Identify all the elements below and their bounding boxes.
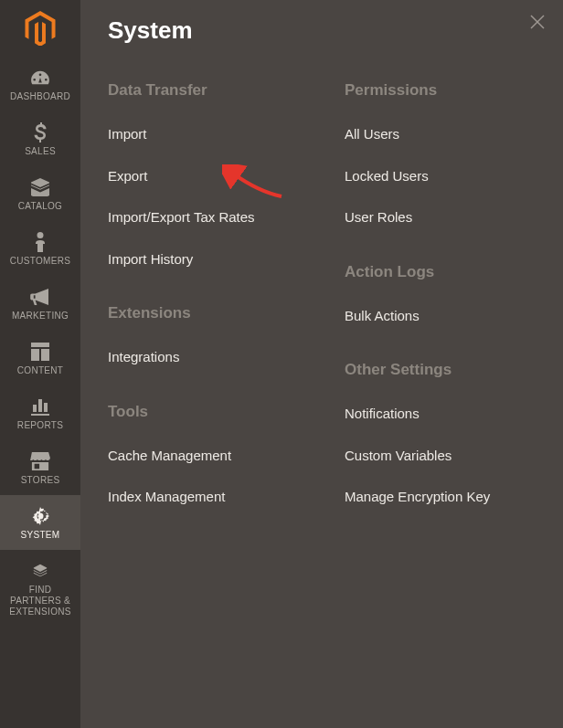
nav-label: DASHBOARD — [10, 91, 70, 102]
link-index-management[interactable]: Index Management — [108, 488, 299, 506]
link-integrations[interactable]: Integrations — [108, 348, 299, 366]
flyout-left-column: Data Transfer Import Export Import/Expor… — [108, 81, 299, 543]
catalog-icon — [30, 177, 50, 197]
section-title: Permissions — [345, 81, 536, 100]
sales-icon — [34, 122, 47, 142]
section-other-settings: Other Settings Notifications Custom Vari… — [345, 361, 536, 506]
link-notifications[interactable]: Notifications — [345, 405, 536, 423]
nav-dashboard[interactable]: DASHBOARD — [0, 57, 80, 111]
nav-marketing[interactable]: MARKETING — [0, 276, 80, 331]
link-bulk-actions[interactable]: Bulk Actions — [345, 307, 536, 325]
link-import-export-tax-rates[interactable]: Import/Export Tax Rates — [108, 208, 299, 227]
nav-customers[interactable]: CUSTOMERS — [0, 221, 80, 276]
system-icon — [31, 506, 49, 526]
link-all-users[interactable]: All Users — [345, 125, 536, 143]
flyout-right-column: Permissions All Users Locked Users User … — [345, 81, 536, 543]
close-button[interactable] — [528, 13, 547, 35]
section-data-transfer: Data Transfer Import Export Import/Expor… — [108, 81, 299, 268]
nav-label: FIND PARTNERS & EXTENSIONS — [4, 585, 77, 617]
section-tools: Tools Cache Management Index Management — [108, 403, 299, 506]
close-icon — [528, 13, 547, 31]
section-title: Action Logs — [345, 263, 536, 281]
partners-icon — [30, 561, 50, 581]
nav-label: CONTENT — [17, 365, 63, 376]
link-import-history[interactable]: Import History — [108, 250, 299, 269]
magento-logo-icon — [25, 11, 56, 46]
link-user-roles[interactable]: User Roles — [345, 208, 536, 227]
system-flyout: System Data Transfer Import Export Impor… — [80, 0, 563, 728]
nav-label: REPORTS — [17, 420, 63, 431]
reports-icon — [31, 396, 49, 417]
nav-catalog[interactable]: CATALOG — [0, 166, 80, 221]
nav-label: CUSTOMERS — [10, 256, 70, 267]
nav-label: SYSTEM — [21, 530, 60, 541]
nav-label: CATALOG — [18, 201, 62, 212]
nav-sales[interactable]: SALES — [0, 111, 80, 166]
customers-icon — [34, 232, 47, 252]
link-manage-encryption-key[interactable]: Manage Encryption Key — [345, 488, 536, 506]
content-icon — [31, 342, 49, 362]
nav-label: MARKETING — [12, 311, 69, 322]
nav-stores[interactable]: STORES — [0, 440, 80, 495]
section-title: Other Settings — [345, 361, 536, 379]
nav-system[interactable]: SYSTEM — [0, 495, 80, 550]
nav-content[interactable]: CONTENT — [0, 331, 80, 385]
section-title: Data Transfer — [108, 81, 299, 100]
nav-partners[interactable]: FIND PARTNERS & EXTENSIONS — [0, 550, 80, 627]
section-title: Tools — [108, 403, 299, 421]
section-permissions: Permissions All Users Locked Users User … — [345, 81, 536, 227]
link-import[interactable]: Import — [108, 125, 299, 143]
stores-icon — [30, 451, 50, 471]
marketing-icon — [30, 287, 50, 307]
flyout-columns: Data Transfer Import Export Import/Expor… — [108, 81, 536, 543]
link-cache-management[interactable]: Cache Management — [108, 447, 299, 465]
magento-logo[interactable] — [0, 0, 80, 57]
link-locked-users[interactable]: Locked Users — [345, 167, 536, 185]
nav-label: SALES — [25, 146, 56, 157]
section-extensions: Extensions Integrations — [108, 304, 299, 366]
dashboard-icon — [30, 68, 50, 88]
link-custom-variables[interactable]: Custom Variables — [345, 447, 536, 465]
section-action-logs: Action Logs Bulk Actions — [345, 263, 536, 325]
section-title: Extensions — [108, 304, 299, 322]
flyout-title: System — [108, 16, 536, 45]
nav-label: STORES — [21, 475, 60, 486]
admin-sidebar: DASHBOARD SALES CATALOG CUSTOMERS MARKET… — [0, 0, 80, 728]
nav-reports[interactable]: REPORTS — [0, 385, 80, 440]
link-export[interactable]: Export — [108, 167, 299, 185]
